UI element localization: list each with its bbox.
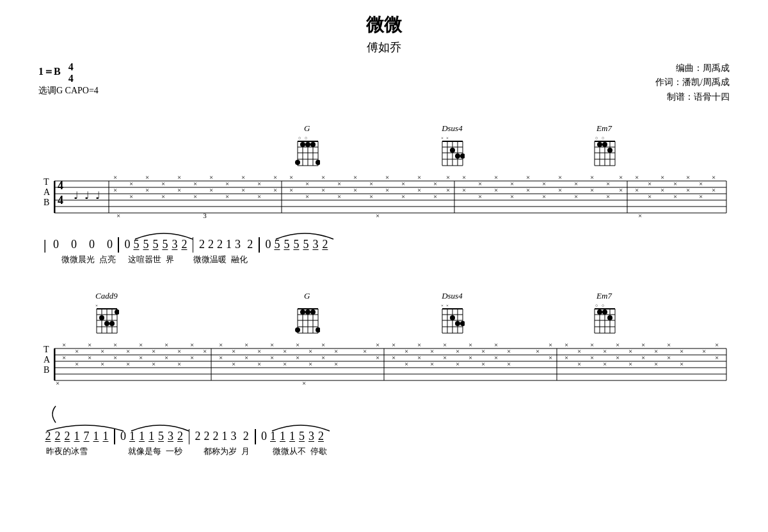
svg-text:×: × [321, 186, 325, 194]
svg-text:A: A [44, 355, 51, 364]
svg-text:×: × [100, 347, 104, 355]
barline-2 [193, 237, 194, 253]
chord-Em7-1-name: Em7 [596, 123, 612, 134]
svg-text:×: × [164, 354, 168, 361]
note-s2-b1-2c: 2 [63, 430, 72, 444]
note-s2-b4-3: 3 [307, 430, 316, 444]
svg-text:×: × [526, 186, 530, 194]
svg-text:×: × [507, 347, 511, 355]
note-s2-b1-2a: 2 [44, 430, 52, 444]
svg-point-15 [295, 160, 300, 165]
svg-text:×: × [369, 192, 373, 200]
svg-text:×: × [113, 354, 117, 361]
svg-text:×: × [225, 180, 229, 187]
svg-text:×: × [654, 360, 658, 368]
svg-text:○: ○ [602, 303, 604, 308]
svg-text:×: × [241, 186, 245, 194]
bar2-underline: 5 5 5 5 3 2 [132, 238, 189, 252]
svg-text:×: × [257, 180, 261, 187]
note-b4-2: 2 [321, 238, 330, 252]
svg-text:×: × [376, 212, 380, 219]
svg-text:×: × [308, 360, 312, 368]
barline-s2-2 [189, 429, 190, 444]
chords-row-2: Cadd9 × [38, 277, 730, 334]
svg-text:×: × [232, 360, 236, 368]
svg-text:○: ○ [595, 303, 598, 308]
svg-text:×: × [680, 360, 684, 368]
chord-Cadd9: Cadd9 × [93, 291, 119, 334]
svg-text:A: A [44, 187, 51, 197]
svg-text:×: × [190, 354, 194, 361]
svg-text:×: × [648, 192, 652, 200]
bar-s2-1-underline: 2 2 2 1 7 1 1 [44, 430, 110, 444]
svg-text:×: × [283, 360, 287, 368]
svg-text:×: × [443, 341, 447, 348]
svg-text:○: ○ [304, 136, 307, 141]
svg-text:×: × [145, 186, 149, 194]
svg-text:×: × [494, 341, 498, 348]
svg-text:×: × [145, 173, 149, 181]
note-b3-2b: 2 [206, 238, 215, 252]
note-0-4 [78, 238, 87, 252]
note-s2-b4-0: 0 [260, 430, 269, 444]
svg-text:×: × [433, 192, 437, 200]
lyric2-b4: 微微从不 停歇 [273, 446, 337, 457]
chord-Dsus4-2-diagram: × × [439, 302, 465, 334]
svg-text:×: × [95, 303, 98, 308]
svg-text:×: × [321, 341, 325, 348]
lyric2-b2: 就像是每 一秒 [128, 446, 198, 457]
tab-staff-1: T A B 4 4 ♩ ♩ ♩ [38, 167, 730, 224]
svg-point-16 [316, 160, 320, 165]
svg-point-165 [109, 321, 115, 326]
barline-3 [259, 237, 260, 253]
svg-text:×: × [462, 173, 466, 181]
svg-text:×: × [660, 173, 664, 181]
svg-text:×: × [558, 173, 562, 181]
svg-text:×: × [481, 347, 485, 355]
svg-text:×: × [392, 354, 396, 361]
note-b2-5a: 5 [132, 238, 141, 252]
svg-text:×: × [536, 347, 540, 355]
svg-text:×: × [667, 341, 671, 348]
note-s2-b2-0: 0 [119, 430, 128, 444]
svg-point-30 [455, 153, 460, 159]
svg-text:×: × [468, 341, 472, 348]
svg-point-179 [310, 309, 316, 315]
note-b3-2d: 2 [242, 238, 255, 252]
svg-text:×: × [404, 347, 408, 355]
svg-text:×: × [334, 360, 338, 368]
bar-s2-4-arc: 1 1 1 5 3 2 [269, 430, 326, 444]
chord-Cadd9-diagram: × [93, 302, 119, 334]
svg-text:×: × [376, 354, 380, 361]
svg-text:B: B [44, 365, 49, 375]
svg-text:×: × [446, 173, 450, 181]
svg-text:×: × [564, 341, 568, 348]
svg-point-13 [305, 142, 310, 147]
tabber: 制谱：语骨十四 [655, 90, 730, 104]
tab-staff-1-svg: T A B 4 4 ♩ ♩ ♩ [38, 167, 730, 224]
svg-text:×: × [257, 360, 261, 368]
svg-text:×: × [302, 379, 306, 387]
arranger: 编曲：周禹成 [655, 61, 730, 75]
svg-text:×: × [635, 186, 639, 194]
svg-text:×: × [270, 341, 274, 348]
double-bar-start: | [44, 237, 46, 253]
svg-text:×: × [673, 192, 677, 200]
svg-text:○: ○ [602, 136, 604, 141]
svg-text:×: × [244, 341, 248, 348]
note-s2-b1-1: 1 [72, 430, 81, 444]
svg-text:×: × [699, 192, 703, 200]
note-s2-b3-2d: 2 [238, 430, 251, 444]
note-s2-b4-1c: 1 [288, 430, 297, 444]
note-s2-b2-1a: 1 [128, 430, 137, 444]
svg-text:×: × [446, 303, 449, 308]
svg-text:×: × [478, 192, 482, 200]
svg-text:×: × [88, 341, 92, 348]
svg-text:×: × [56, 379, 60, 387]
svg-text:×: × [219, 341, 223, 348]
barline-s2-1 [114, 429, 115, 444]
note-b2-3: 3 [170, 238, 179, 252]
notation-section-1: | 0 0 0 0 0 5 5 [38, 237, 730, 265]
svg-point-210 [602, 309, 607, 315]
svg-text:×: × [308, 347, 312, 355]
